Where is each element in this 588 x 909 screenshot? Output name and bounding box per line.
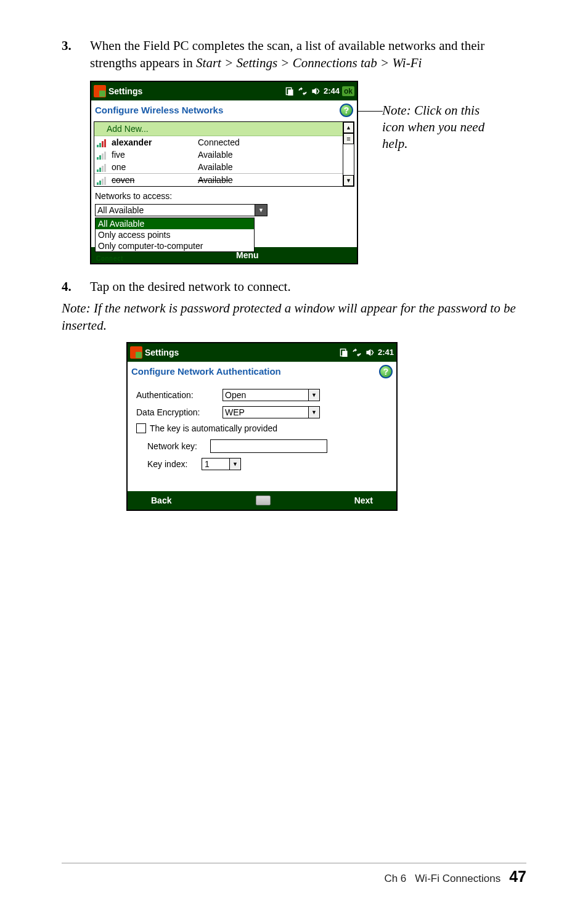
dropdown-item[interactable]: Only access points (96, 229, 254, 240)
network-status: Available (198, 162, 351, 172)
network-key-label: Network key: (136, 441, 210, 451)
clock-time: 2:41 (378, 348, 394, 357)
network-name: five (112, 150, 198, 160)
sync-icon (352, 348, 362, 357)
signal-icon (97, 137, 109, 147)
start-icon[interactable] (94, 85, 106, 97)
network-name: one (112, 162, 198, 172)
back-button[interactable]: Back (151, 495, 171, 505)
auto-key-row[interactable]: The key is automatically provided (136, 423, 390, 433)
status-icons: 2:44 (285, 86, 340, 96)
section-title: Configure Wireless Networks (95, 105, 340, 115)
authentication-label: Authentication: (136, 390, 223, 400)
encryption-value: WEP (223, 406, 309, 418)
softkey-bar: Back Next (128, 491, 396, 510)
signal-icon (97, 175, 109, 185)
next-button[interactable]: Next (354, 495, 373, 505)
page-number: 47 (509, 868, 526, 886)
step-4: 4. Tap on the desired network to connect… (62, 278, 526, 296)
encryption-row: Data Encryption: WEP ▼ (136, 406, 390, 418)
networks-to-access-label: Networks to access: (91, 189, 357, 203)
connectivity-icon (285, 87, 294, 96)
scrollbar[interactable]: ▲ ≡ ▼ (343, 122, 354, 186)
networks-to-access-select[interactable]: All Available ▼ (95, 204, 353, 216)
chevron-down-icon[interactable]: ▼ (230, 458, 241, 470)
callout-note: Note: Click on this icon when you need h… (382, 102, 493, 153)
window-title: Settings (108, 86, 285, 96)
scroll-thumb[interactable]: ≡ (343, 133, 354, 144)
title-bar: Settings 2:44 ok (91, 82, 357, 100)
chevron-down-icon[interactable]: ▼ (309, 389, 320, 401)
figure-network-auth: Settings 2:41 Configure Network Authenti… (126, 342, 398, 511)
password-note: Note: If the network is password protect… (62, 300, 526, 335)
step-4-text: Tap on the desired network to connect. (90, 278, 291, 296)
key-index-row: Key index: 1 ▼ (136, 458, 390, 470)
dropdown-item[interactable]: Only computer-to-computer (96, 240, 254, 251)
title-bar: Settings 2:41 (128, 343, 396, 362)
status-icons: 2:41 (340, 348, 394, 357)
authentication-row: Authentication: Open ▼ (136, 389, 390, 401)
network-row[interactable]: alexander Connected (94, 136, 354, 149)
speaker-icon (311, 87, 320, 96)
footer-rule (62, 863, 526, 863)
network-row[interactable]: coven Available (94, 173, 354, 186)
key-index-value: 1 (202, 458, 230, 470)
window-title: Settings (145, 348, 340, 357)
network-row[interactable]: five Available (94, 149, 354, 161)
clock-time: 2:44 (324, 86, 340, 96)
network-name: coven (112, 175, 198, 185)
step-3-text: When the Field PC completes the scan, a … (90, 37, 526, 72)
auto-key-label: The key is automatically provided (150, 423, 277, 433)
page-footer: Ch 6 Wi-Fi Connections 47 (384, 868, 526, 886)
scroll-track (343, 144, 354, 175)
network-status: Available (198, 175, 351, 185)
step-4-number: 4. (62, 278, 90, 296)
scroll-up-icon[interactable]: ▲ (343, 122, 354, 133)
step-3: 3. When the Field PC completes the scan,… (62, 37, 526, 72)
key-index-label: Key index: (136, 459, 202, 469)
ok-button[interactable]: ok (342, 86, 354, 96)
sync-icon (298, 87, 308, 96)
checkbox[interactable] (136, 423, 146, 433)
scroll-down-icon[interactable]: ▼ (343, 175, 354, 186)
chevron-down-icon[interactable]: ▼ (255, 204, 267, 216)
network-list: Add New... alexander Connected five Avai… (94, 121, 354, 187)
authentication-value: Open (223, 389, 309, 401)
network-status: Available (198, 150, 351, 160)
footer-title: Wi-Fi Connections (415, 873, 500, 885)
step-3-path: Start > Settings > Connections tab > Wi-… (196, 55, 422, 70)
networks-access-dropdown: All Available Only access points Only co… (95, 218, 255, 252)
help-icon[interactable]: ? (379, 365, 393, 378)
network-key-row: Network key: (136, 439, 390, 453)
callout-line (358, 111, 383, 112)
step-3-number: 3. (62, 37, 90, 54)
chevron-down-icon[interactable]: ▼ (309, 406, 320, 418)
connect-hint: Connect (96, 255, 123, 262)
start-icon[interactable] (130, 346, 142, 359)
dropdown-item[interactable]: All Available (96, 218, 254, 229)
svg-rect-3 (342, 351, 347, 357)
network-status: Connected (198, 137, 351, 147)
signal-icon (97, 150, 109, 160)
encryption-label: Data Encryption: (136, 407, 223, 417)
svg-rect-1 (288, 89, 293, 96)
help-icon[interactable]: ? (340, 104, 353, 117)
network-key-input[interactable] (210, 439, 327, 453)
key-index-select[interactable]: 1 ▼ (202, 458, 241, 470)
authentication-select[interactable]: Open ▼ (223, 389, 320, 401)
section-header: Configure Network Authentication ? (128, 362, 396, 381)
connectivity-icon (340, 348, 348, 357)
section-title: Configure Network Authentication (131, 366, 379, 377)
networks-access-value: All Available (95, 204, 255, 216)
network-name: alexander (112, 137, 198, 147)
footer-chapter: Ch 6 (384, 873, 406, 885)
network-row[interactable]: one Available (94, 161, 354, 173)
encryption-select[interactable]: WEP ▼ (223, 406, 320, 418)
add-new-item[interactable]: Add New... (94, 122, 354, 136)
signal-icon (97, 162, 109, 172)
keyboard-icon[interactable] (256, 495, 271, 505)
speaker-icon (365, 348, 374, 357)
section-header: Configure Wireless Networks ? (91, 100, 357, 120)
figure-wireless-networks: Settings 2:44 ok Configure Wireless Netw… (90, 81, 358, 264)
